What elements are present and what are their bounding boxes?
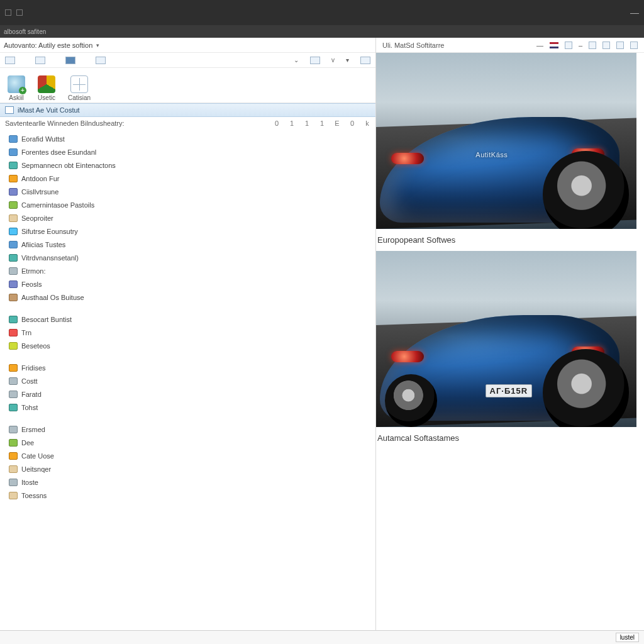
tree-item[interactable]: Seoproiter (0, 211, 375, 225)
chevron-down-icon[interactable]: ▾ (96, 42, 99, 48)
tree-item[interactable]: Vitrdvnansnsetanl) (0, 251, 375, 264)
dropdown-v-icon[interactable]: v (331, 57, 335, 64)
breadcrumb[interactable]: Autovanto: Autily este softion ▾ (0, 38, 375, 53)
tool-catisian[interactable]: Catisian (68, 75, 91, 101)
tree-item-label: Itoste (21, 479, 38, 486)
tree-item-label: Trn (21, 329, 31, 336)
tree-item-label: Ueitsnqer (21, 465, 51, 473)
product-image-1: AutitKáss (376, 53, 636, 229)
category-label: iMast Ae Vuit Costut (18, 106, 80, 114)
grid-icon (70, 75, 88, 93)
right-header: Uli. MatSd Softitarre — – (376, 38, 644, 53)
folder-icon (9, 492, 18, 499)
pie-chart-icon (38, 75, 55, 93)
wheel-icon (543, 349, 629, 427)
tree-item[interactable]: Eorafid Wuttst (0, 132, 375, 145)
tree-item[interactable]: Austhaal Os Buituse (0, 291, 375, 304)
tool-askil[interactable]: Askiil (8, 75, 25, 101)
view-icon-4[interactable] (96, 57, 106, 64)
section-header: Savtentearlle Winneden Bilndusheatry: 0 … (0, 117, 375, 130)
folder-icon (9, 135, 18, 143)
tree-item-label: Ersmed (21, 426, 45, 433)
tree-item-label: Etrmon: (21, 267, 46, 275)
right-tool-icon-4[interactable] (616, 42, 624, 49)
tree-item-label: Costt (21, 377, 38, 385)
tree-item-label: Antdoon Fur (21, 175, 60, 182)
right-dash-icon[interactable]: – (579, 42, 582, 49)
tree-item[interactable]: Cate Uose (0, 449, 375, 462)
view-icon-5[interactable] (310, 57, 320, 64)
right-minimize[interactable]: — (536, 42, 543, 49)
tree-item-label: Seoproiter (21, 214, 53, 222)
tree-item-label: Tohst (21, 404, 38, 411)
folder-icon (9, 188, 18, 196)
navigation-tree: Eorafid WuttstForentes dsee EsundanlSepm… (0, 130, 375, 630)
folder-icon (9, 426, 18, 433)
dropdown-dash-icon[interactable]: ▾ (346, 57, 349, 64)
folder-icon (9, 175, 18, 182)
tree-item[interactable]: Antdoon Fur (0, 172, 375, 185)
tree-item[interactable]: Ersmed (0, 423, 375, 436)
tool-usetic[interactable]: Usetic (38, 75, 55, 101)
wheel-icon (543, 151, 629, 229)
tree-item-label: Dee (21, 439, 34, 447)
tally-cell: k (364, 119, 370, 127)
tree-item[interactable]: Sifutrse Eounsutry (0, 225, 375, 238)
flag-icon[interactable] (550, 42, 558, 48)
tree-item[interactable]: Ciisllvtrsune (0, 185, 375, 198)
folder-icon (9, 364, 18, 372)
tree-item[interactable]: Camernintasoe Pastoils (0, 198, 375, 211)
tree-item[interactable]: Fridises (0, 361, 375, 374)
folder-icon (9, 404, 18, 411)
folder-icon (9, 316, 18, 323)
right-tool-icon-3[interactable] (602, 42, 610, 49)
tree-item-label: Ciisllvtrsune (21, 188, 58, 196)
tree-item[interactable]: Sepmannecn obt Eintenactons (0, 158, 375, 172)
tree-item-label: Forentes dsee Esundanl (21, 148, 96, 156)
app-icon-2 (16, 9, 23, 16)
category-bar[interactable]: iMast Ae Vuit Costut (0, 103, 375, 117)
titlebar-left-icons (5, 9, 23, 16)
status-button[interactable]: lustel (616, 633, 639, 642)
tree-item[interactable]: Faratd (0, 387, 375, 401)
window-minimize[interactable]: — (630, 8, 639, 18)
folder-icon (9, 254, 18, 262)
right-tool-icon-2[interactable] (589, 42, 596, 49)
section-title: Savtentearlle Winneden Bilndusheatry: (5, 119, 125, 127)
license-plate: AГ·Б15R (486, 384, 533, 397)
right-header-title: Uli. MatSd Softitarre (382, 42, 444, 49)
tree-item[interactable]: Afiicias Tustes (0, 238, 375, 251)
product-card-2[interactable]: AГ·Б15R Autamcal Softastames (376, 251, 644, 449)
tree-item[interactable]: Toessns (0, 489, 375, 502)
view-icon-1[interactable] (5, 57, 15, 64)
view-icon-2[interactable] (35, 57, 45, 64)
tree-item[interactable]: Forentes dsee Esundanl (0, 145, 375, 158)
tree-item[interactable]: Beseteos (0, 339, 375, 352)
right-tool-icon[interactable] (565, 42, 572, 49)
tree-item[interactable]: Feosls (0, 277, 375, 291)
tree-item-label: Austhaal Os Buituse (21, 294, 84, 301)
tree-item[interactable]: Costt (0, 374, 375, 387)
folder-icon (9, 201, 18, 209)
tally-cell: E (334, 119, 340, 127)
tree-item[interactable]: Tohst (0, 401, 375, 414)
dropdown-caret-icon[interactable]: ⌄ (294, 57, 299, 64)
view-icon-6[interactable] (360, 57, 370, 64)
tree-item[interactable]: Ueitsnqer (0, 462, 375, 475)
app-icon (5, 9, 11, 16)
window-titlebar: — (0, 0, 644, 25)
tree-item[interactable]: Besocart Buntist (0, 313, 375, 326)
tree-item[interactable]: Etrmon: (0, 264, 375, 277)
right-panel: Uli. MatSd Softitarre — – AutitKáss (376, 38, 644, 630)
product-card-1[interactable]: AutitKáss Europopeant Softwes (376, 53, 644, 251)
folder-icon (9, 329, 18, 336)
tree-item-label: Eorafid Wuttst (21, 135, 65, 143)
tree-item[interactable]: Trn (0, 326, 375, 339)
tree-item[interactable]: Itoste (0, 475, 375, 489)
tool-label: Askiil (9, 94, 23, 101)
view-icon-3[interactable] (65, 57, 75, 64)
tree-item[interactable]: Dee (0, 436, 375, 449)
right-tool-icon-5[interactable] (630, 42, 638, 49)
tree-item-label: Sepmannecn obt Eintenactons (21, 162, 116, 169)
tree-item-label: Feosls (21, 280, 42, 288)
